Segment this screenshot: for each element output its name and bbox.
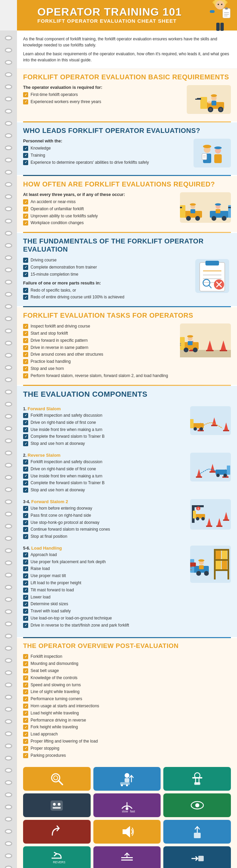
check-icon <box>23 366 28 371</box>
eval-components-title: THE EVALUATION COMPONENTS <box>23 390 231 399</box>
check-icon <box>23 711 28 716</box>
basic-req-image <box>187 85 231 114</box>
overview-list: Forklift inspection Mounting and dismoun… <box>23 654 231 758</box>
list-item: Mounting and dismounting <box>23 661 231 667</box>
svg-line-145 <box>58 781 62 785</box>
load-handling: 5-6. Load Handling Approach load Use pro… <box>23 546 231 630</box>
list-item: Drive in reverse in same pattern <box>23 345 176 351</box>
svg-rect-83 <box>180 345 181 346</box>
ring <box>5 609 12 614</box>
list-item: Use stop-honk-go protocol at doorway <box>23 520 186 526</box>
basic-req-section: FORKLIFT OPERATOR EVALUATION BASIC REQUI… <box>17 69 237 121</box>
svg-text:REVERSE: REVERSE <box>53 861 65 864</box>
check-icon <box>23 675 28 680</box>
svg-point-4 <box>221 4 222 5</box>
check-icon <box>23 331 28 336</box>
svg-rect-129 <box>216 561 221 569</box>
fundamentals-title: THE FUNDAMENTALS OF THE FORKLIFT OPERATO… <box>23 237 231 253</box>
list-item: Tilt mast forward to load <box>23 587 231 593</box>
ring <box>5 841 12 846</box>
eval-components-section: THE EVALUATION COMPONENTS <box>17 386 237 637</box>
svg-rect-154 <box>194 782 200 785</box>
svg-rect-9 <box>225 7 228 9</box>
ring <box>5 280 12 284</box>
ring <box>5 756 12 761</box>
ring <box>5 206 12 211</box>
svg-rect-8 <box>223 8 230 18</box>
forward-slalom-2-image: S <box>190 499 231 530</box>
check-icon <box>23 573 28 578</box>
ring <box>5 805 12 809</box>
list-item: Experience to determine operators' abili… <box>23 160 189 165</box>
overview-cell-load-approach <box>163 846 231 868</box>
overview-cell-fork-height <box>93 846 161 868</box>
svg-rect-97 <box>196 476 202 478</box>
list-item: Redo of specific tasks, or <box>23 288 189 293</box>
how-often-title: HOW OFTEN ARE FORKLIFT EVALUATIONS REQUI… <box>23 180 231 188</box>
check-icon <box>23 513 28 518</box>
ring <box>5 292 12 297</box>
svg-rect-135 <box>190 563 196 567</box>
svg-point-140 <box>204 571 209 576</box>
header-worker-illustration <box>200 0 234 31</box>
svg-rect-103 <box>227 466 230 475</box>
check-icon <box>23 609 28 614</box>
list-item: Use proper mast tilt <box>23 573 186 579</box>
check-icon <box>23 753 28 758</box>
ring <box>5 475 12 480</box>
svg-point-151 <box>121 784 123 786</box>
ring <box>5 512 12 516</box>
forward-slalom-2: S 3-4. Forward Slalom 2 Use horn before … <box>23 499 231 541</box>
tasks-header: FORKLIFT EVALUATION TASKS FOR OPERATORS <box>17 307 237 322</box>
ring <box>5 499 12 504</box>
svg-rect-126 <box>214 549 216 579</box>
check-icon <box>23 474 28 479</box>
ring <box>5 744 12 748</box>
ring <box>5 426 12 431</box>
check-icon <box>23 92 28 97</box>
list-item: Use inside front tire when making a turn <box>23 473 186 479</box>
svg-rect-130 <box>222 561 227 569</box>
overview-cell-corners <box>23 820 91 844</box>
list-item: Knowledge of the controls <box>23 675 231 681</box>
check-icon <box>23 668 28 673</box>
ring <box>5 560 12 565</box>
check-icon <box>23 601 28 607</box>
list-item: An accident or near-miss <box>23 199 176 205</box>
svg-point-43 <box>195 216 200 221</box>
ring <box>5 353 12 358</box>
svg-text:fast: fast <box>130 810 135 813</box>
check-icon <box>23 595 28 600</box>
ring <box>5 536 12 541</box>
who-leads-content: Personnel with the: Knowledge Training E… <box>17 137 237 175</box>
eval-components-content: 1. Forward Slalom Forklift inspection an… <box>17 401 237 637</box>
overview-cell-controls <box>23 793 91 817</box>
ring <box>5 97 12 101</box>
list-item: Forklift inspection and safety discussio… <box>23 413 186 418</box>
overview-cell-inspection <box>23 767 91 791</box>
tasks-section: FORKLIFT EVALUATION TASKS FOR OPERATORS <box>17 307 237 384</box>
list-item: Drive in reverse to the start/finish zon… <box>23 623 231 628</box>
ring <box>5 524 12 529</box>
svg-point-143 <box>198 559 204 561</box>
list-item: Stop and use horn at doorway <box>23 487 231 493</box>
svg-point-42 <box>186 216 191 221</box>
svg-rect-45 <box>190 209 195 213</box>
check-icon <box>23 206 28 212</box>
list-item: Lift load to the proper height <box>23 580 186 586</box>
ring <box>5 463 12 468</box>
svg-point-78 <box>193 348 198 352</box>
list-item: Travel with load safely <box>23 608 231 614</box>
check-icon <box>23 441 28 446</box>
who-leads-image <box>194 139 231 167</box>
list-item: Use horn before entering doorway <box>23 506 186 511</box>
overview-cell-reverse: REVERSE <box>23 846 91 868</box>
svg-marker-167 <box>123 826 130 837</box>
list-item: 15-minute completion time <box>23 272 189 277</box>
basic-req-content: The operator evaluation is required for:… <box>17 84 237 121</box>
svg-point-46 <box>190 203 196 206</box>
svg-rect-26 <box>208 101 211 103</box>
svg-rect-72 <box>206 350 214 351</box>
list-item: Operation of unfamiliar forklift <box>23 206 176 212</box>
ring <box>5 768 12 773</box>
